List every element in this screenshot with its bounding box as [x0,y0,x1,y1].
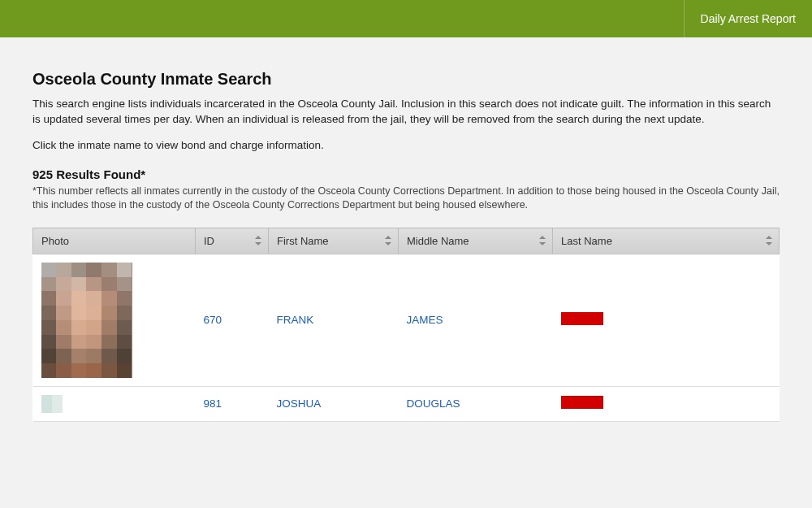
inmate-first-name-link[interactable]: FRANK [269,254,399,386]
column-header-middle-name-label: Middle Name [407,235,469,247]
inmate-middle-name-link[interactable]: JAMES [399,254,553,386]
photo-cell [33,386,196,421]
column-header-photo: Photo [33,228,196,254]
page-title: Osceola County Inmate Search [32,70,780,89]
inmate-id-link[interactable]: 981 [196,386,269,421]
photo-cell [33,254,196,386]
results-count: 925 Results Found* [32,167,780,181]
click-hint: Click the inmate name to view bond and c… [32,139,780,151]
redacted-last-name [561,312,603,325]
page-description: This search engine lists individuals inc… [32,97,780,128]
column-header-last-name-label: Last Name [561,235,612,247]
inmate-photo [41,395,63,413]
table-row: 981 JOSHUA DOUGLAS [33,386,780,421]
inmate-middle-name-link[interactable]: DOUGLAS [399,386,553,421]
column-header-first-name[interactable]: First Name [269,228,399,254]
column-header-middle-name[interactable]: Middle Name [399,228,553,254]
sort-icon [255,236,261,245]
daily-arrest-report-link[interactable]: Daily Arrest Report [684,0,812,37]
sort-icon [385,236,391,245]
redacted-last-name [561,396,603,409]
results-footnote: *This number reflects all inmates curren… [32,185,780,213]
inmate-id-link[interactable]: 670 [196,254,269,386]
column-header-id[interactable]: ID [196,228,269,254]
column-header-last-name[interactable]: Last Name [553,228,780,254]
inmate-last-name-cell [553,386,780,421]
column-header-id-label: ID [204,235,214,247]
inmate-last-name-cell [553,254,780,386]
inmate-table: Photo ID First Name Middle Name Last Nam… [32,228,780,422]
column-header-first-name-label: First Name [277,235,329,247]
sort-icon [539,236,546,245]
main-content: Osceola County Inmate Search This search… [0,37,812,422]
inmate-photo [41,263,132,378]
table-row: 670 FRANK JAMES [33,254,780,386]
inmate-first-name-link[interactable]: JOSHUA [269,386,399,421]
top-bar: Daily Arrest Report [0,0,812,37]
sort-icon [766,236,772,245]
